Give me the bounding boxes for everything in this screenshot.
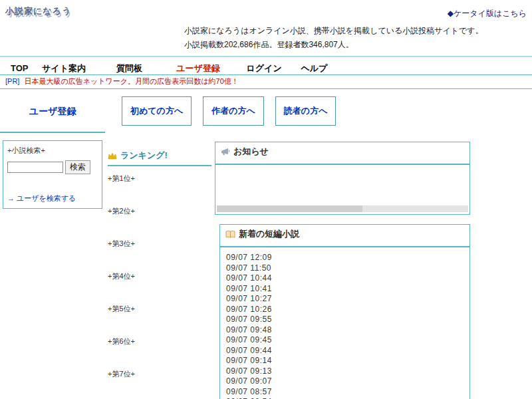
guide-buttons: 初めての方へ 作者の方へ 読者の方へ [122,96,336,126]
pr-bar: [PR] 日本最大級の広告ネットワーク。月間の広告表示回数は約70億！ [0,74,532,89]
nav-item-site-guide[interactable]: サイト案内 [42,63,86,74]
short-novel-entry: 09/07 09:07 [226,376,469,387]
new-shorts-section: 新着の短編小説 09/07 12:09 09/07 11:50 09/07 10… [219,224,470,399]
pr-tag: [PR] [5,77,19,85]
ranking-divider [108,165,211,166]
guide-button-readers[interactable]: 読者の方へ [275,96,336,126]
notice-header: お知らせ [215,142,469,160]
notice-divider [215,164,469,165]
nav-item-top[interactable]: TOP [11,63,29,73]
rank-item-2: +第2位+ [108,206,211,216]
guide-button-beginners[interactable]: 初めての方へ [122,96,192,126]
short-novel-entry: 09/07 09:55 [226,315,469,325]
short-novel-entry: 09/07 12:09 [226,253,469,263]
announcement-icon [221,148,230,156]
short-novel-entry: 09/07 09:13 [226,366,469,377]
site-stats: 小説掲載数202,686作品。登録者数346,807人。 [184,38,483,52]
new-shorts-list: 09/07 12:09 09/07 11:50 09/07 10:44 09/0… [220,247,469,399]
notice-title: お知らせ [233,146,269,158]
short-novel-entry: 09/07 08:57 [226,387,469,398]
ranking-list: +第1位+ +第2位+ +第3位+ +第4位+ +第5位+ +第6位+ +第7位… [108,174,211,399]
rank-item-1: +第1位+ [108,174,211,184]
guide-button-authors[interactable]: 作者の方へ [203,96,264,126]
novel-search-box: +小説検索+ 検索 → ユーザを検索する [3,140,102,209]
rank-item-7: +第7位+ [108,369,211,379]
user-search-link[interactable]: → ユーザを検索する [7,194,76,203]
header-divider [0,56,532,57]
short-novel-entry: 09/07 10:41 [226,284,469,295]
short-novel-entry: 09/07 10:27 [226,294,469,305]
short-novel-entry: 09/07 09:45 [226,335,469,346]
site-description-block: 小説家になろうはオンライン小説、携帯小説を掲載している小説投稿サイトです。 小説… [184,24,483,52]
short-novel-entry: 09/07 11:50 [226,263,469,274]
short-novel-entry: 09/07 10:26 [226,305,469,315]
search-button[interactable]: 検索 [65,160,90,174]
crown-icon [108,152,117,160]
pr-ad-link[interactable]: 日本最大級の広告ネットワーク。月間の広告表示回数は約70億！ [24,77,238,85]
rank-item-5: +第5位+ [108,304,211,314]
scrollbar-thumb[interactable] [217,205,362,212]
nav-item-question-board[interactable]: 質問板 [116,63,142,74]
novel-search-row: 検索 [7,160,98,174]
novel-search-input[interactable] [7,162,63,173]
left-column-divider [0,132,105,133]
rank-item-3: +第3位+ [108,239,211,249]
main-nav: TOP サイト案内 質問板 ユーザ登録 ログイン ヘルプ [11,63,327,74]
narou-user-registration-page: 小説家になろう ◆ケータイ版はこちら 小説家になろうはオンライン小説、携帯小説を… [0,0,532,399]
notice-horizontal-scrollbar[interactable] [217,205,468,212]
rank-item-4: +第4位+ [108,271,211,281]
short-novel-entry: 09/07 09:14 [226,356,469,366]
nav-item-help[interactable]: ヘルプ [301,63,327,74]
nav-item-login[interactable]: ログイン [247,63,282,74]
mobile-version-link[interactable]: ◆ケータイ版はこちら [448,8,527,19]
site-description: 小説家になろうはオンライン小説、携帯小説を掲載している小説投稿サイトです。 [184,24,483,38]
ranking-title: ランキング! [120,150,168,162]
nav-item-user-registration[interactable]: ユーザ登録 [176,63,220,74]
short-novel-entry: 09/07 10:44 [226,273,469,284]
new-shorts-title: 新着の短編小説 [239,228,299,240]
ranking-header: ランキング! [108,150,211,162]
short-novel-entry: 09/07 09:48 [226,325,469,336]
novel-search-title: +小説検索+ [7,146,98,156]
page-title: ユーザ登録 [0,106,105,118]
notice-section: お知らせ [215,142,470,215]
ranking-section: ランキング! +第1位+ +第2位+ +第3位+ +第4位+ +第5位+ +第6… [108,150,211,399]
new-shorts-header: 新着の短編小説 [220,225,469,243]
short-novel-entry: 09/07 09:44 [226,346,469,356]
site-logo[interactable]: 小説家になろう [5,5,71,17]
open-book-icon [225,230,235,238]
rank-item-6: +第6位+ [108,336,211,346]
